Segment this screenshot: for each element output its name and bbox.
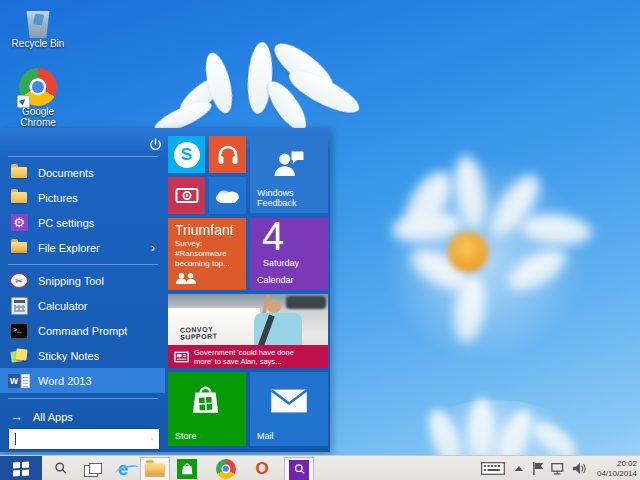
chevron-up-icon — [515, 466, 523, 471]
taskbar-store[interactable] — [172, 456, 202, 480]
mail-envelope-icon — [270, 388, 308, 414]
menu-item-sticky-notes[interactable]: Sticky Notes — [0, 343, 165, 368]
store-icon — [177, 459, 197, 479]
all-apps-button[interactable]: → All Apps — [0, 404, 165, 429]
taskbar-internet-explorer[interactable]: e — [108, 456, 138, 480]
camera-icon — [175, 186, 199, 205]
action-center-button[interactable] — [530, 456, 546, 480]
menu-item-pictures[interactable]: Pictures — [0, 185, 165, 210]
menu-divider — [8, 156, 158, 157]
sticky-notes-icon — [10, 347, 28, 365]
shortcut-arrow-icon — [17, 95, 30, 108]
tile-music[interactable] — [209, 136, 246, 173]
gear-icon: ⚙ — [10, 214, 28, 232]
flag-icon — [532, 461, 545, 476]
news-icon — [174, 351, 189, 363]
command-prompt-icon: >_ — [10, 322, 28, 340]
tile-news[interactable]: CONVOY SUPPORT Government 'could have do… — [168, 294, 328, 368]
recycle-bin-label: Recycle Bin — [7, 38, 69, 49]
start-search-input[interactable] — [15, 430, 151, 448]
headphones-icon — [216, 143, 240, 167]
tile-label: Store — [175, 431, 197, 441]
tile-store[interactable]: Store — [168, 372, 246, 446]
search-icon[interactable] — [151, 433, 154, 446]
chrome-label: Google Chrome — [7, 106, 69, 128]
tile-windows-feedback[interactable]: Windows Feedback — [250, 136, 328, 213]
word-icon: W — [10, 372, 28, 390]
people-icon — [175, 272, 197, 285]
calendar-weekday: Saturday — [263, 258, 299, 268]
menu-item-calculator[interactable]: Calculator — [0, 293, 165, 318]
clock-time: 20:02 — [597, 459, 637, 469]
menu-divider — [8, 264, 158, 265]
desktop-icon-google-chrome[interactable]: Google Chrome — [7, 68, 69, 128]
power-button[interactable] — [144, 134, 166, 154]
start-button[interactable] — [0, 456, 42, 480]
arrow-right-icon: → — [10, 409, 23, 424]
news-headline: Government 'could have done more' to sav… — [194, 348, 294, 366]
tile-skype[interactable]: S — [168, 136, 205, 173]
tile-label: Mail — [257, 431, 274, 441]
network-button[interactable] — [550, 456, 568, 480]
power-icon — [148, 137, 163, 152]
tile-onedrive[interactable] — [209, 177, 246, 214]
tile-camera[interactable] — [168, 177, 205, 214]
volume-button[interactable] — [570, 456, 588, 480]
taskbar-search-button[interactable] — [46, 456, 74, 480]
file-explorer-icon — [10, 239, 28, 257]
taskbar-chrome[interactable] — [210, 456, 242, 480]
chevron-right-icon[interactable]: › — [151, 241, 155, 255]
tweet-body: Survey: #Ransomware becoming top... — [175, 239, 230, 269]
taskbar-clock[interactable]: 20:02 04/10/2014 — [597, 459, 637, 478]
menu-item-pc-settings[interactable]: ⚙ PC settings — [0, 210, 165, 235]
menu-item-file-explorer[interactable]: File Explorer › — [0, 235, 165, 260]
speaker-icon — [572, 462, 587, 475]
folder-icon — [10, 164, 28, 182]
search-app-icon — [289, 460, 309, 480]
recycle-bin-icon — [25, 8, 51, 38]
touch-keyboard-button[interactable] — [480, 456, 506, 480]
scissors-icon: ✂ — [10, 272, 28, 290]
office-icon: O — [255, 459, 268, 479]
windows-logo-icon — [13, 461, 29, 475]
task-view-button[interactable] — [78, 456, 106, 480]
tile-label: Windows Feedback — [257, 188, 297, 208]
chrome-icon — [216, 459, 236, 479]
onedrive-cloud-icon — [214, 187, 241, 204]
tile-triumfant-news[interactable]: Triumfant Survey: #Ransomware becoming t… — [168, 218, 246, 290]
calendar-day: 4 — [262, 218, 284, 259]
menu-item-snipping-tool[interactable]: ✂ Snipping Tool — [0, 268, 165, 293]
van-text: CONVOY SUPPORT — [180, 325, 218, 340]
start-menu: Documents Pictures ⚙ PC settings File Ex… — [0, 128, 330, 452]
start-search-box — [8, 428, 160, 450]
clock-date: 04/10/2014 — [597, 469, 637, 479]
menu-divider — [8, 398, 158, 399]
skype-icon: S — [174, 142, 200, 168]
tile-label: Calendar — [257, 275, 294, 285]
taskbar-search-app[interactable] — [284, 457, 314, 480]
tile-calendar[interactable]: 4 Saturday Calendar — [250, 218, 328, 290]
keyboard-icon — [481, 462, 505, 475]
show-hidden-icons-button[interactable] — [512, 456, 526, 480]
tweet-author: Triumfant — [175, 222, 234, 238]
search-icon — [53, 461, 68, 476]
network-icon — [551, 462, 567, 476]
task-view-icon — [84, 463, 100, 475]
feedback-person-icon — [271, 148, 307, 182]
news-banner: Government 'could have done more' to sav… — [168, 345, 328, 368]
calculator-icon — [10, 297, 28, 315]
folder-icon — [10, 189, 28, 207]
taskbar: e O — [0, 455, 640, 480]
desktop-icon-recycle-bin[interactable]: Recycle Bin — [7, 8, 69, 49]
taskbar-office[interactable]: O — [246, 456, 278, 480]
menu-item-documents[interactable]: Documents — [0, 160, 165, 185]
tile-mail[interactable]: Mail — [250, 372, 328, 446]
internet-explorer-icon: e — [118, 459, 129, 478]
menu-item-word-2013[interactable]: W Word 2013 — [0, 368, 165, 393]
store-bag-icon — [188, 382, 222, 418]
menu-item-command-prompt[interactable]: >_ Command Prompt — [0, 318, 165, 343]
file-explorer-icon — [146, 463, 164, 476]
taskbar-file-explorer[interactable] — [140, 457, 170, 480]
